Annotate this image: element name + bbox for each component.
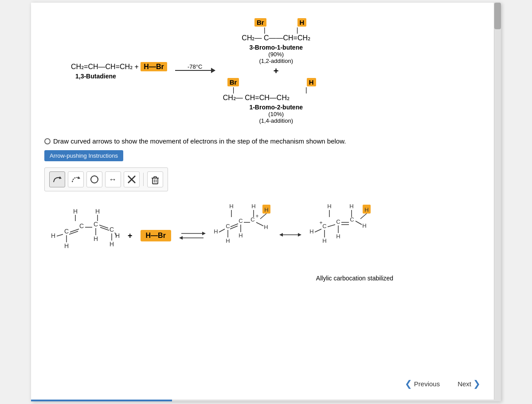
- single-arrow-tool[interactable]: [49, 171, 65, 187]
- svg-line-81: [356, 221, 362, 225]
- move-tool[interactable]: ↔: [105, 171, 121, 187]
- svg-marker-1: [78, 176, 80, 179]
- svg-marker-37: [202, 232, 206, 235]
- svg-text:C: C: [79, 222, 84, 229]
- svg-text:H: H: [309, 228, 313, 235]
- allylic-caption: Allylic carbocation stabilized: [222, 275, 488, 282]
- plus-sign-bottom: +: [128, 231, 133, 241]
- navigation-area: ❮ Previous Next ❯: [398, 375, 488, 392]
- question-section: Draw curved arrows to show the movement …: [44, 137, 488, 191]
- svg-text:H: H: [95, 208, 100, 215]
- previous-button[interactable]: ❮ Previous: [398, 375, 447, 392]
- svg-text:H: H: [214, 228, 218, 235]
- svg-text:↔: ↔: [109, 175, 117, 184]
- svg-text:C: C: [110, 226, 114, 233]
- svg-text:C: C: [226, 223, 230, 229]
- svg-text:H: H: [362, 222, 366, 229]
- svg-text:H: H: [239, 232, 243, 239]
- product1-pct: (90%): [249, 51, 303, 58]
- reactant-name: 1,3-Butadiene: [75, 73, 116, 80]
- resonance-arrow: [279, 228, 301, 243]
- svg-text:H: H: [264, 224, 268, 230]
- svg-text:H: H: [226, 237, 230, 244]
- svg-line-76: [328, 225, 335, 227]
- product2-type: (1,4-addition): [249, 117, 303, 124]
- hbr-reagent-bottom: H—Br: [141, 230, 171, 241]
- svg-line-73: [315, 229, 321, 232]
- equilibrium-arrows: [179, 229, 206, 242]
- svg-text:C: C: [94, 221, 98, 228]
- temperature-label: -78°C: [188, 63, 202, 70]
- svg-text:+: +: [319, 220, 322, 226]
- chevron-right-icon: ❯: [473, 378, 481, 389]
- svg-text:C: C: [64, 228, 69, 235]
- svg-text:H: H: [322, 237, 326, 244]
- carbocation-left: H H H H C C C +: [214, 200, 271, 271]
- previous-label: Previous: [414, 380, 440, 388]
- scrollbar-thumb[interactable]: [494, 3, 501, 29]
- product2-name: 1-Bromo-2-butene: [249, 104, 303, 111]
- bullet-icon: [44, 138, 51, 144]
- toolbar-divider: [143, 173, 144, 186]
- instructions-button[interactable]: Arrow-pushing Instructions: [44, 150, 123, 161]
- svg-marker-39: [179, 236, 183, 240]
- svg-line-46: [260, 214, 266, 219]
- product1-type: (1,2-addition): [249, 58, 303, 64]
- plus-separator: +: [274, 66, 279, 76]
- circle-tool[interactable]: [86, 171, 102, 187]
- svg-text:C: C: [322, 223, 326, 229]
- svg-text:H: H: [349, 203, 353, 210]
- svg-text:+: +: [255, 213, 258, 219]
- carbocation-right: H H H H C + C C H: [309, 200, 372, 271]
- svg-marker-64: [298, 233, 301, 237]
- product1-name: 3-Bromo-1-butene: [249, 44, 303, 51]
- svg-text:H: H: [336, 233, 340, 240]
- svg-line-71: [360, 214, 367, 219]
- svg-text:H: H: [264, 206, 268, 213]
- svg-text:H: H: [229, 203, 233, 210]
- svg-text:H: H: [51, 232, 55, 239]
- svg-text:H: H: [251, 203, 255, 210]
- scrollbar-track[interactable]: [494, 3, 501, 401]
- progress-bar: [31, 400, 501, 401]
- svg-text:C: C: [239, 218, 243, 224]
- chevron-left-icon: ❮: [405, 378, 412, 389]
- svg-text:C: C: [350, 216, 354, 223]
- progress-fill: [31, 400, 172, 401]
- trash-tool[interactable]: [147, 171, 163, 187]
- svg-text:C: C: [250, 216, 254, 223]
- svg-text:H: H: [64, 242, 69, 249]
- question-text: Draw curved arrows to show the movement …: [53, 137, 346, 145]
- delete-tool[interactable]: [124, 171, 140, 187]
- svg-line-48: [219, 229, 225, 232]
- svg-point-2: [91, 176, 98, 183]
- svg-text:H: H: [364, 206, 368, 213]
- double-arrow-tool[interactable]: [68, 171, 84, 187]
- svg-text:H: H: [94, 235, 98, 242]
- butadiene-structure: H H H C C C C H: [49, 202, 120, 269]
- svg-text:C: C: [336, 218, 340, 225]
- next-button[interactable]: Next ❯: [450, 375, 488, 392]
- svg-text:H: H: [110, 241, 114, 248]
- product2-pct: (10%): [249, 111, 303, 117]
- drawing-toolbar: ↔: [44, 167, 168, 191]
- svg-line-60: [256, 222, 263, 226]
- svg-text:H: H: [327, 203, 331, 210]
- svg-rect-6: [153, 178, 158, 184]
- svg-text:H: H: [73, 208, 78, 215]
- next-label: Next: [458, 380, 471, 388]
- page-container: CH₂=CH—CH=CH₂ + H—Br 1,3-Butadiene -78°C: [31, 3, 501, 401]
- svg-line-18: [57, 234, 63, 236]
